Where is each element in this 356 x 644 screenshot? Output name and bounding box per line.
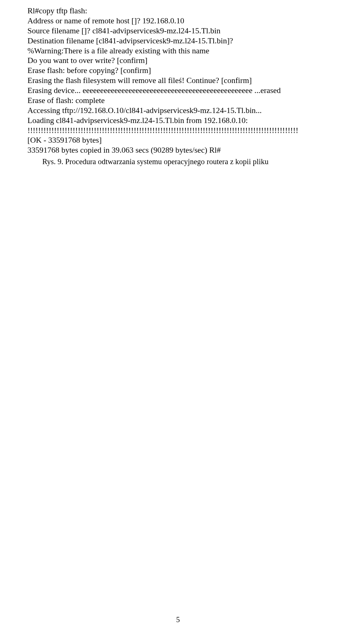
terminal-line: Loading cl841-advipservicesk9-mz.l24-15.… xyxy=(27,116,330,126)
terminal-line: Do you want to over write? [confirm] xyxy=(27,56,330,66)
terminal-line: %Warning:There is a file already existin… xyxy=(27,46,330,56)
figure-caption: Rys. 9. Procedura odtwarzania systemu op… xyxy=(27,155,330,167)
terminal-line: Erase flash: before copying? [confirm] xyxy=(27,66,330,76)
terminal-line: [OK - 33591768 bytes] xyxy=(27,135,330,145)
page-number: 5 xyxy=(0,615,356,624)
terminal-line: Destination filename [cl841-advipservice… xyxy=(27,36,330,46)
terminal-line: Accessing tftp://192.168.O.10/cl841-advi… xyxy=(27,106,330,116)
terminal-line: 33591768 bytes copied in 39.063 secs (90… xyxy=(27,145,330,155)
terminal-line: Rl#copy tftp flash: xyxy=(27,6,330,16)
terminal-line: Erasing the flash filesystem will remove… xyxy=(27,76,330,86)
terminal-line: Source filename []? cl841-advipservicesk… xyxy=(27,26,330,36)
terminal-line: !!!!!!!!!!!!!!!!!!!!!!!!!!!!!!!!!!!!!!!!… xyxy=(27,126,330,136)
terminal-line: Erasing device... eeeeeeeeeeeeeeeeeeeeee… xyxy=(27,86,330,96)
terminal-line: Address or name of remote host []? 192.1… xyxy=(27,16,330,26)
terminal-line: Erase of flash: complete xyxy=(27,96,330,106)
terminal-output: Rl#copy tftp flash: Address or name of r… xyxy=(27,6,330,155)
